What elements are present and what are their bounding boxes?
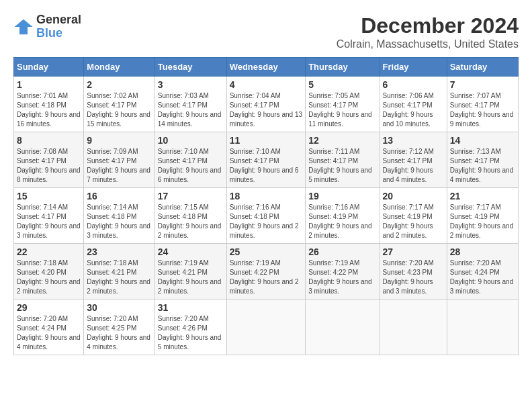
- day-number: 29: [17, 302, 81, 313]
- logo-icon: [13, 17, 34, 37]
- day-cell: 27Sunrise: 7:20 AMSunset: 4:23 PMDayligh…: [380, 244, 447, 300]
- header-cell-saturday: Saturday: [447, 58, 518, 77]
- day-info: Sunrise: 7:18 AMSunset: 4:21 PMDaylight:…: [87, 259, 151, 296]
- day-cell: 12Sunrise: 7:11 AMSunset: 4:17 PMDayligh…: [306, 132, 380, 188]
- header-cell-thursday: Thursday: [306, 58, 380, 77]
- day-info: Sunrise: 7:19 AMSunset: 4:22 PMDaylight:…: [230, 259, 303, 296]
- day-info: Sunrise: 7:19 AMSunset: 4:21 PMDaylight:…: [158, 259, 224, 296]
- day-number: 17: [158, 191, 224, 201]
- day-number: 8: [17, 135, 81, 146]
- day-cell: 17Sunrise: 7:15 AMSunset: 4:18 PMDayligh…: [154, 188, 226, 244]
- day-info: Sunrise: 7:08 AMSunset: 4:17 PMDaylight:…: [17, 147, 81, 185]
- day-cell: 6Sunrise: 7:06 AMSunset: 4:17 PMDaylight…: [380, 77, 447, 132]
- day-cell: [380, 300, 447, 355]
- day-cell: 9Sunrise: 7:09 AMSunset: 4:17 PMDaylight…: [84, 132, 154, 188]
- day-cell: 22Sunrise: 7:18 AMSunset: 4:20 PMDayligh…: [14, 244, 84, 300]
- day-info: Sunrise: 7:14 AMSunset: 4:17 PMDaylight:…: [17, 203, 81, 240]
- header-cell-sunday: Sunday: [14, 58, 84, 77]
- day-info: Sunrise: 7:06 AMSunset: 4:17 PMDaylight:…: [383, 91, 444, 129]
- day-number: 26: [308, 246, 376, 257]
- calendar-body: 1Sunrise: 7:01 AMSunset: 4:18 PMDaylight…: [14, 77, 519, 355]
- calendar-table: SundayMondayTuesdayWednesdayThursdayFrid…: [13, 57, 519, 355]
- day-cell: 19Sunrise: 7:16 AMSunset: 4:19 PMDayligh…: [306, 188, 380, 244]
- day-number: 30: [87, 302, 151, 313]
- day-cell: 25Sunrise: 7:19 AMSunset: 4:22 PMDayligh…: [226, 244, 306, 300]
- header-row: SundayMondayTuesdayWednesdayThursdayFrid…: [14, 58, 519, 77]
- day-info: Sunrise: 7:12 AMSunset: 4:17 PMDaylight:…: [383, 147, 444, 185]
- day-info: Sunrise: 7:01 AMSunset: 4:18 PMDaylight:…: [17, 91, 81, 129]
- day-number: 25: [230, 246, 303, 257]
- day-info: Sunrise: 7:20 AMSunset: 4:25 PMDaylight:…: [87, 314, 151, 352]
- logo-general: General: [36, 13, 81, 27]
- day-cell: 24Sunrise: 7:19 AMSunset: 4:21 PMDayligh…: [154, 244, 226, 300]
- week-row-3: 15Sunrise: 7:14 AMSunset: 4:17 PMDayligh…: [14, 188, 519, 244]
- day-number: 13: [383, 135, 444, 146]
- day-number: 2: [87, 79, 151, 90]
- day-info: Sunrise: 7:20 AMSunset: 4:23 PMDaylight:…: [383, 259, 444, 296]
- day-number: 5: [308, 79, 376, 90]
- day-number: 20: [383, 191, 444, 201]
- week-row-1: 1Sunrise: 7:01 AMSunset: 4:18 PMDaylight…: [14, 77, 519, 132]
- day-cell: 31Sunrise: 7:20 AMSunset: 4:26 PMDayligh…: [154, 300, 226, 355]
- day-cell: [226, 300, 306, 355]
- day-cell: 14Sunrise: 7:13 AMSunset: 4:17 PMDayligh…: [447, 132, 518, 188]
- day-number: 12: [308, 135, 376, 146]
- logo-text: General Blue: [36, 13, 81, 40]
- day-cell: 23Sunrise: 7:18 AMSunset: 4:21 PMDayligh…: [84, 244, 154, 300]
- day-number: 22: [17, 246, 81, 257]
- day-cell: 8Sunrise: 7:08 AMSunset: 4:17 PMDaylight…: [14, 132, 84, 188]
- day-info: Sunrise: 7:10 AMSunset: 4:17 PMDaylight:…: [158, 147, 224, 185]
- day-cell: [447, 300, 518, 355]
- day-cell: 26Sunrise: 7:19 AMSunset: 4:22 PMDayligh…: [306, 244, 380, 300]
- header-cell-wednesday: Wednesday: [226, 58, 306, 77]
- calendar-header: SundayMondayTuesdayWednesdayThursdayFrid…: [14, 58, 519, 77]
- day-info: Sunrise: 7:02 AMSunset: 4:17 PMDaylight:…: [87, 91, 151, 129]
- day-info: Sunrise: 7:16 AMSunset: 4:19 PMDaylight:…: [308, 203, 376, 240]
- day-cell: 7Sunrise: 7:07 AMSunset: 4:17 PMDaylight…: [447, 77, 518, 132]
- day-number: 7: [450, 79, 515, 90]
- day-number: 16: [87, 191, 151, 201]
- svg-marker-0: [15, 19, 33, 35]
- day-info: Sunrise: 7:03 AMSunset: 4:17 PMDaylight:…: [158, 91, 224, 129]
- day-cell: 13Sunrise: 7:12 AMSunset: 4:17 PMDayligh…: [380, 132, 447, 188]
- day-info: Sunrise: 7:09 AMSunset: 4:17 PMDaylight:…: [87, 147, 151, 185]
- day-cell: 11Sunrise: 7:10 AMSunset: 4:17 PMDayligh…: [226, 132, 306, 188]
- day-cell: 16Sunrise: 7:14 AMSunset: 4:18 PMDayligh…: [84, 188, 154, 244]
- day-cell: [306, 300, 380, 355]
- week-row-4: 22Sunrise: 7:18 AMSunset: 4:20 PMDayligh…: [14, 244, 519, 300]
- day-cell: 5Sunrise: 7:05 AMSunset: 4:17 PMDaylight…: [306, 77, 380, 132]
- day-number: 28: [450, 246, 515, 257]
- day-info: Sunrise: 7:17 AMSunset: 4:19 PMDaylight:…: [383, 203, 444, 240]
- day-cell: 4Sunrise: 7:04 AMSunset: 4:17 PMDaylight…: [226, 77, 306, 132]
- day-number: 27: [383, 246, 444, 257]
- day-number: 21: [450, 191, 515, 201]
- day-info: Sunrise: 7:11 AMSunset: 4:17 PMDaylight:…: [308, 147, 376, 185]
- day-cell: 21Sunrise: 7:17 AMSunset: 4:19 PMDayligh…: [447, 188, 518, 244]
- day-number: 23: [87, 246, 151, 257]
- week-row-5: 29Sunrise: 7:20 AMSunset: 4:24 PMDayligh…: [14, 300, 519, 355]
- day-number: 14: [450, 135, 515, 146]
- day-info: Sunrise: 7:20 AMSunset: 4:26 PMDaylight:…: [158, 314, 224, 352]
- main-title: December 2024: [337, 13, 519, 38]
- day-info: Sunrise: 7:05 AMSunset: 4:17 PMDaylight:…: [308, 91, 376, 129]
- day-cell: 29Sunrise: 7:20 AMSunset: 4:24 PMDayligh…: [14, 300, 84, 355]
- day-cell: 30Sunrise: 7:20 AMSunset: 4:25 PMDayligh…: [84, 300, 154, 355]
- header-cell-friday: Friday: [380, 58, 447, 77]
- day-number: 4: [230, 79, 303, 90]
- day-info: Sunrise: 7:14 AMSunset: 4:18 PMDaylight:…: [87, 203, 151, 240]
- day-info: Sunrise: 7:18 AMSunset: 4:20 PMDaylight:…: [17, 259, 81, 296]
- day-number: 1: [17, 79, 81, 90]
- logo-blue: Blue: [36, 27, 81, 40]
- day-cell: 3Sunrise: 7:03 AMSunset: 4:17 PMDaylight…: [154, 77, 226, 132]
- day-cell: 15Sunrise: 7:14 AMSunset: 4:17 PMDayligh…: [14, 188, 84, 244]
- day-info: Sunrise: 7:16 AMSunset: 4:18 PMDaylight:…: [230, 203, 303, 240]
- day-cell: 18Sunrise: 7:16 AMSunset: 4:18 PMDayligh…: [226, 188, 306, 244]
- day-number: 31: [158, 302, 224, 313]
- day-cell: 10Sunrise: 7:10 AMSunset: 4:17 PMDayligh…: [154, 132, 226, 188]
- day-number: 10: [158, 135, 224, 146]
- day-info: Sunrise: 7:13 AMSunset: 4:17 PMDaylight:…: [450, 147, 515, 185]
- header-cell-tuesday: Tuesday: [154, 58, 226, 77]
- day-info: Sunrise: 7:15 AMSunset: 4:18 PMDaylight:…: [158, 203, 224, 240]
- day-info: Sunrise: 7:07 AMSunset: 4:17 PMDaylight:…: [450, 91, 515, 129]
- day-number: 3: [158, 79, 224, 90]
